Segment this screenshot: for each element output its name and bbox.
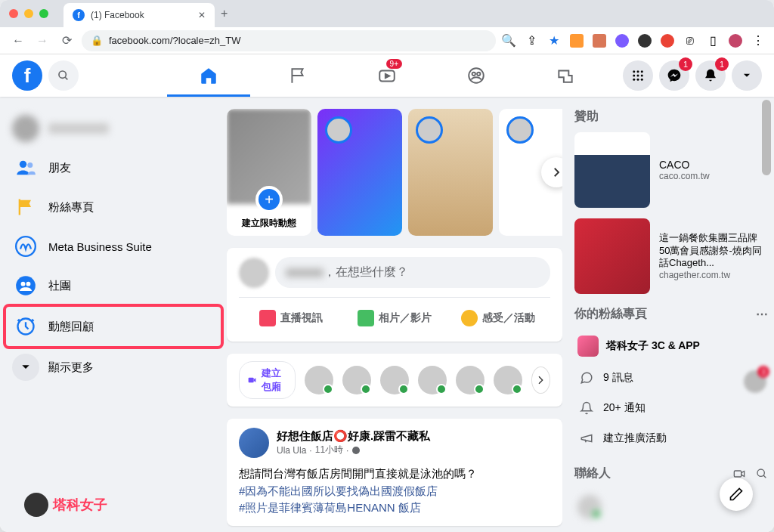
contacts-heading: 聯絡人 xyxy=(574,466,611,481)
close-tab-icon[interactable]: ✕ xyxy=(198,10,206,20)
svg-point-25 xyxy=(757,469,764,476)
ad-title: 這一鍋餐飲集團三品牌50萬會員感謝祭-燒肉同話Chageth... xyxy=(659,232,768,271)
post-page-avatar[interactable] xyxy=(239,428,269,458)
sidebar-item-profile[interactable] xyxy=(6,109,221,148)
video-camera-icon xyxy=(259,310,276,326)
facebook-logo[interactable]: f xyxy=(12,60,42,91)
share-icon[interactable]: ⇪ xyxy=(525,34,538,48)
sidebar-item-see-more[interactable]: 顯示更多 xyxy=(6,348,221,387)
create-story-card[interactable]: + 建立限時動態 xyxy=(227,109,311,236)
reload-button[interactable]: ⟳ xyxy=(57,33,76,48)
svg-point-9 xyxy=(633,75,635,77)
sidebar-item-label: 朋友 xyxy=(48,161,71,175)
sidebar-item-pages[interactable]: 粉絲專頁 xyxy=(6,187,221,227)
contact-avatar xyxy=(577,495,602,519)
post-author[interactable]: Ula Ula xyxy=(277,445,306,456)
user-avatar[interactable] xyxy=(239,258,269,288)
page-notifications-link[interactable]: 20+ 通知 xyxy=(574,393,768,423)
room-contact-avatar[interactable] xyxy=(494,366,522,394)
sponsored-ad[interactable]: 這一鍋餐飲集團三品牌50萬會員感謝祭-燒肉同話Chageth... chaget… xyxy=(574,218,768,294)
svg-point-3 xyxy=(469,68,484,83)
composer-input[interactable]: ，在想些什麼？ xyxy=(275,257,550,288)
minimize-window-button[interactable] xyxy=(24,9,33,18)
nav-pages[interactable] xyxy=(256,56,339,95)
watermark-avatar-icon xyxy=(24,493,48,517)
search-button[interactable] xyxy=(48,60,79,91)
sidebar-item-meta-business[interactable]: Meta Business Suite xyxy=(6,227,221,266)
post-page-name[interactable]: 好想住飯店⭕好康.踩雷不藏私 xyxy=(277,429,430,444)
sponsored-ad[interactable]: CACO caco.com.tw xyxy=(574,132,768,208)
story-card[interactable] xyxy=(317,109,402,236)
facebook-header: f 9+ xyxy=(0,54,774,97)
page-sub-label: 20+ 通知 xyxy=(603,401,646,415)
new-message-button[interactable] xyxy=(720,478,753,511)
messenger-button[interactable]: 1 xyxy=(659,60,689,91)
close-window-button[interactable] xyxy=(9,9,18,18)
more-menu-icon[interactable]: ⋯ xyxy=(756,307,768,321)
nav-groups[interactable] xyxy=(435,56,518,95)
page-messages-link[interactable]: 9 訊息 xyxy=(574,363,768,393)
forward-button[interactable]: → xyxy=(33,34,51,48)
toolbar-extensions: 🔍 ⇪ ★ ⎚ ▯ ⋮ xyxy=(502,34,765,48)
composer-live-video[interactable]: 直播視訊 xyxy=(239,304,342,332)
action-label: 相片／影片 xyxy=(379,311,432,325)
right-sidebar: 贊助 CACO caco.com.tw 這一鍋餐飲集團三品牌50萬會員感謝祭-燒… xyxy=(562,97,774,532)
sidebar-item-friends[interactable]: 朋友 xyxy=(6,148,221,187)
room-create-label: 建立包廂 xyxy=(262,367,287,394)
extension-icon[interactable] xyxy=(593,34,606,48)
composer-photo-video[interactable]: 相片／影片 xyxy=(342,304,446,332)
scrollbar[interactable] xyxy=(762,100,771,175)
zoom-icon[interactable]: 🔍 xyxy=(502,34,515,48)
extension-icon[interactable] xyxy=(570,34,584,48)
search-contacts-icon[interactable] xyxy=(756,468,768,480)
room-contact-avatar[interactable] xyxy=(342,366,371,394)
back-button[interactable]: ← xyxy=(9,34,27,48)
extension-icon[interactable] xyxy=(661,34,674,48)
svg-point-5 xyxy=(477,73,480,76)
chevron-down-icon xyxy=(741,70,752,81)
extension-icon[interactable] xyxy=(615,34,629,48)
extension-icon[interactable] xyxy=(638,34,652,48)
menu-grid-button[interactable] xyxy=(623,60,653,91)
room-contact-avatar[interactable] xyxy=(380,366,409,394)
chevron-right-icon xyxy=(534,374,546,386)
composer-feeling[interactable]: 感受／活動 xyxy=(447,304,550,332)
svg-point-12 xyxy=(633,79,635,81)
notifications-button[interactable]: 1 xyxy=(695,60,726,91)
sidebar-item-groups[interactable]: 社團 xyxy=(6,266,221,305)
sidebar-item-memories[interactable]: 動態回顧 xyxy=(6,307,221,346)
nav-watch[interactable]: 9+ xyxy=(345,56,429,95)
account-menu-button[interactable] xyxy=(732,60,762,91)
svg-point-19 xyxy=(21,282,26,286)
side-panel-icon[interactable]: ▯ xyxy=(706,34,720,48)
messenger-badge: 1 xyxy=(679,57,692,71)
create-story-label: 建立限時動態 xyxy=(227,217,311,230)
cast-icon[interactable]: ⎚ xyxy=(683,34,697,48)
nav-home[interactable] xyxy=(167,56,250,95)
story-card[interactable] xyxy=(408,109,493,236)
page-sub-label: 9 訊息 xyxy=(603,371,633,385)
hashtag-link[interactable]: #照片是菲律賓薄荷島HENANN 飯店 xyxy=(239,500,550,517)
menu-icon[interactable]: ⋮ xyxy=(751,34,765,48)
browser-tab[interactable]: f (1) Facebook ✕ xyxy=(63,3,215,27)
create-room-button[interactable]: 建立包廂 xyxy=(239,361,296,399)
nav-gaming[interactable] xyxy=(524,56,607,95)
tab-title: (1) Facebook xyxy=(91,10,144,20)
page-link[interactable]: 塔科女子 3C & APP xyxy=(574,329,768,363)
profile-avatar-icon[interactable] xyxy=(729,34,742,48)
bookmark-star-icon[interactable]: ★ xyxy=(547,34,561,48)
floating-contact-badge[interactable] xyxy=(744,370,766,393)
room-contact-avatar[interactable] xyxy=(456,366,485,394)
hashtag-link[interactable]: #因為不能出國所以要找偽出國渡假飯店 xyxy=(239,483,550,500)
new-tab-button[interactable]: + xyxy=(221,7,228,20)
room-contact-avatar[interactable] xyxy=(418,366,447,394)
browser-toolbar: ← → ⟳ 🔒 facebook.com/?locale=zh_TW 🔍 ⇪ ★… xyxy=(0,27,774,54)
room-contact-avatar[interactable] xyxy=(305,366,333,394)
page-promote-link[interactable]: 建立推廣活動 xyxy=(574,423,768,453)
post-text-line: 想請問台灣有飯店房間開門直接就是泳池的嗎？ xyxy=(239,466,550,483)
maximize-window-button[interactable] xyxy=(39,9,48,18)
rooms-next-button[interactable] xyxy=(531,367,550,394)
globe-icon xyxy=(351,446,361,455)
svg-point-14 xyxy=(641,79,643,81)
address-bar[interactable]: 🔒 facebook.com/?locale=zh_TW xyxy=(82,30,496,51)
